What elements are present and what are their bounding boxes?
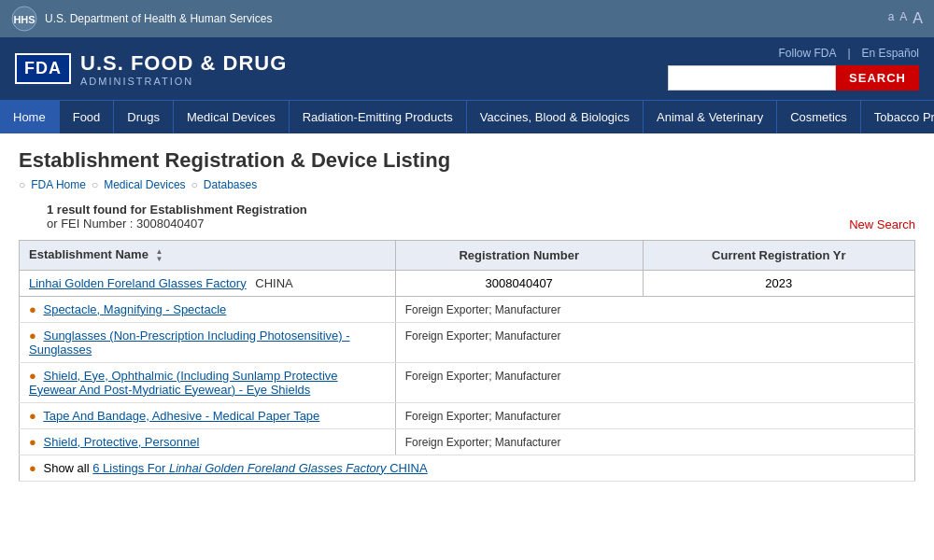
bullet-icon-4: ● [29, 409, 36, 423]
cell-company: Linhai Golden Foreland Glasses Factory C… [20, 270, 396, 296]
nav-item-home[interactable]: Home [0, 101, 60, 133]
nav-item-drugs[interactable]: Drugs [114, 101, 174, 133]
breadcrumb-bullet-2: ○ [92, 178, 98, 191]
cell-product-4: ● Tape And Bandage, Adhesive - Medical P… [20, 402, 396, 428]
show-all-count[interactable]: 6 Listings For Linhai Golden Foreland Gl… [92, 461, 427, 475]
nav-item-food[interactable]: Food [60, 101, 115, 133]
svg-text:HHS: HHS [13, 14, 35, 25]
link-divider: | [847, 47, 850, 60]
result-line2: or FEI Number : 3008040407 [47, 217, 204, 231]
page-title: Establishment Registration & Device List… [19, 148, 915, 173]
role-text-3: Foreign Exporter; Manufacturer [405, 370, 561, 383]
breadcrumb-bullet-1: ○ [19, 178, 25, 191]
role-text-2: Foreign Exporter; Manufacturer [405, 329, 561, 343]
nav-item-radiation[interactable]: Radiation-Emitting Products [290, 101, 467, 133]
show-all-country: CHINA [389, 461, 427, 475]
bullet-icon-5: ● [29, 435, 36, 449]
show-all-company: Linhai Golden Foreland Glasses Factory [169, 461, 387, 475]
gov-bar: HHS U.S. Department of Health & Human Se… [0, 0, 934, 37]
result-info: 1 result found for Establishment Registr… [47, 203, 915, 231]
hhs-logo-icon: HHS [11, 6, 37, 32]
product-link-1[interactable]: Spectacle, Magnifying - Spectacle [43, 302, 226, 316]
breadcrumb: ○ FDA Home ○ Medical Devices ○ Databases [19, 178, 915, 191]
show-all-count-text: 6 Listings For [92, 461, 165, 475]
cell-role-1: Foreign Exporter; Manufacturer [395, 296, 914, 322]
cell-product-3: ● Shield, Eye, Ophthalmic (Including Sun… [20, 362, 396, 402]
product-link-2[interactable]: Sunglasses (Non-Prescription Including P… [29, 329, 350, 357]
breadcrumb-databases[interactable]: Databases [204, 178, 257, 191]
role-text-1: Foreign Exporter; Manufacturer [405, 303, 561, 316]
fda-links: Follow FDA | En Español [778, 47, 919, 60]
bullet-icon-3: ● [29, 369, 36, 383]
show-all-text: Show all [43, 461, 89, 475]
company-link[interactable]: Linhai Golden Foreland Glasses Factory [29, 276, 247, 290]
bullet-icon-all: ● [29, 461, 36, 475]
bullet-icon-1: ● [29, 302, 36, 316]
table-row: ● Shield, Eye, Ophthalmic (Including Sun… [20, 362, 915, 402]
cell-reg-number: 3008040407 [395, 270, 643, 296]
col-header-name: Establishment Name ▲▼ [20, 241, 396, 271]
content-area: 🖨 ⊞ ✉ Establishment Registration & Devic… [0, 133, 934, 497]
bullet-icon-2: ● [29, 329, 36, 343]
nav-item-animal[interactable]: Animal & Veterinary [644, 101, 777, 133]
search-input[interactable] [668, 65, 836, 91]
agency-name: U.S. Department of Health & Human Servic… [45, 12, 272, 25]
results-table: Establishment Name ▲▼ Registration Numbe… [19, 240, 915, 482]
new-search-link[interactable]: New Search [849, 217, 915, 231]
fda-logo-area: FDA U.S. FOOD & DRUG ADMINISTRATION [15, 51, 287, 87]
cell-show-all: ● Show all 6 Listings For Linhai Golden … [20, 455, 915, 481]
font-large[interactable]: A [913, 10, 923, 27]
fda-title: U.S. FOOD & DRUG ADMINISTRATION [80, 51, 287, 87]
search-button[interactable]: SEARCH [836, 65, 919, 91]
font-medium[interactable]: A [899, 10, 907, 27]
table-row-main: Linhai Golden Foreland Glasses Factory C… [20, 270, 915, 296]
fda-search-area: Follow FDA | En Español SEARCH [668, 47, 919, 91]
product-link-4[interactable]: Tape And Bandage, Adhesive - Medical Pap… [43, 409, 319, 423]
search-row: SEARCH [668, 65, 919, 91]
table-row: ● Sunglasses (Non-Prescription Including… [20, 322, 915, 362]
table-row: ● Spectacle, Magnifying - Spectacle Fore… [20, 296, 915, 322]
nav-item-vaccines[interactable]: Vaccines, Blood & Biologics [467, 101, 644, 133]
table-row-show-all: ● Show all 6 Listings For Linhai Golden … [20, 455, 915, 481]
nav-item-tobacco[interactable]: Tobacco Products [861, 101, 934, 133]
cell-role-2: Foreign Exporter; Manufacturer [395, 322, 914, 362]
cell-product-2: ● Sunglasses (Non-Prescription Including… [20, 322, 396, 362]
gov-bar-left: HHS U.S. Department of Health & Human Se… [11, 6, 272, 32]
fda-sub-title: ADMINISTRATION [80, 76, 287, 87]
results-section: 1 result found for Establishment Registr… [19, 203, 915, 231]
nav-item-cosmetics[interactable]: Cosmetics [777, 101, 861, 133]
col-header-reg: Registration Number [395, 241, 643, 271]
table-row: ● Shield, Protective, Personnel Foreign … [20, 428, 915, 455]
cell-role-4: Foreign Exporter; Manufacturer [395, 402, 914, 428]
sort-icon[interactable]: ▲▼ [156, 248, 163, 263]
cell-reg-year: 2023 [643, 270, 914, 296]
fda-badge: FDA [15, 53, 71, 84]
table-row: ● Tape And Bandage, Adhesive - Medical P… [20, 402, 915, 428]
cell-product-5: ● Shield, Protective, Personnel [20, 428, 396, 455]
col-header-year: Current Registration Yr [643, 241, 914, 271]
cell-role-5: Foreign Exporter; Manufacturer [395, 428, 914, 455]
breadcrumb-medical-devices[interactable]: Medical Devices [104, 178, 185, 191]
espanol-link[interactable]: En Español [862, 47, 919, 60]
product-link-3[interactable]: Shield, Eye, Ophthalmic (Including Sunla… [29, 369, 338, 397]
font-small[interactable]: a [888, 10, 895, 27]
company-country: CHINA [255, 276, 292, 290]
breadcrumb-fda-home[interactable]: FDA Home [31, 178, 86, 191]
result-line1: 1 result found for Establishment Registr… [47, 203, 307, 217]
product-link-5[interactable]: Shield, Protective, Personnel [43, 435, 199, 449]
nav-item-medical-devices[interactable]: Medical Devices [174, 101, 290, 133]
font-controls: a A A [888, 10, 923, 27]
follow-fda-link[interactable]: Follow FDA [778, 47, 836, 60]
breadcrumb-bullet-3: ○ [191, 178, 198, 191]
fda-main-title: U.S. FOOD & DRUG [80, 51, 287, 76]
nav-bar: Home Food Drugs Medical Devices Radiatio… [0, 100, 934, 133]
role-text-5: Foreign Exporter; Manufacturer [405, 436, 561, 449]
cell-role-3: Foreign Exporter; Manufacturer [395, 362, 914, 402]
role-text-4: Foreign Exporter; Manufacturer [405, 410, 561, 423]
fda-header: FDA U.S. FOOD & DRUG ADMINISTRATION Foll… [0, 37, 934, 100]
cell-product-1: ● Spectacle, Magnifying - Spectacle [20, 296, 396, 322]
